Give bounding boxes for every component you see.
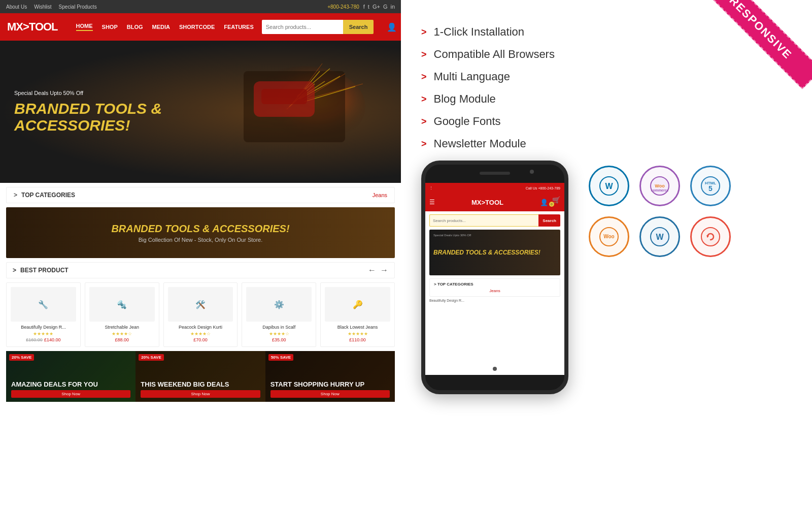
phone-mockup: ⋮ Call Us +800-243-789 ☰ MX>TOOL 👤 🛒0 Se… bbox=[421, 161, 568, 394]
linkedin-icon[interactable]: in bbox=[390, 4, 395, 10]
phone-search-button[interactable]: Search bbox=[538, 214, 560, 227]
nav-features[interactable]: FEATURES bbox=[224, 24, 253, 30]
icons-section: W Woo commerce HTML 5 bbox=[589, 161, 792, 257]
wishlist-link[interactable]: Wishlist bbox=[34, 4, 51, 10]
banner-0-title: Amazing Deals For You bbox=[11, 381, 130, 388]
phone-hamburger-icon[interactable]: ☰ bbox=[429, 199, 435, 206]
promo-banner: Branded Tools & Accessories! Big Collect… bbox=[6, 207, 395, 258]
product-card-3[interactable]: ⚙️ Dapibus in Scalf ★★★★☆ £35.00 bbox=[242, 282, 316, 347]
svg-point-26 bbox=[701, 228, 720, 246]
product-image-1: 🔩 bbox=[89, 287, 155, 322]
phone-header-icons: 👤 🛒0 bbox=[540, 196, 560, 209]
bottom-banner-2: 50% SAVE Start Shopping Hurry Up Shop No… bbox=[265, 351, 395, 402]
product-name-4: Black Lowest Jeans bbox=[325, 325, 390, 330]
icons-grid: W Woo commerce HTML 5 bbox=[589, 166, 792, 257]
categories-section: > TOP CATEGORIES Jeans bbox=[6, 187, 395, 203]
woocommerce-icon-2[interactable]: Woo bbox=[589, 216, 629, 257]
nav-home[interactable]: HOME bbox=[76, 23, 93, 31]
banner-2-badge: 50% SAVE bbox=[268, 354, 293, 361]
product-price-0: £160.00£140.00 bbox=[11, 337, 76, 342]
banner-0-badge: 20% SAVE bbox=[9, 354, 34, 361]
google-icon[interactable]: G bbox=[383, 4, 388, 10]
products-grid: 🔧 Beautifully Design R... ★★★★★ £160.00£… bbox=[6, 282, 395, 347]
best-products-chevron-icon: > bbox=[13, 267, 16, 274]
feature-chevron-4-icon: > bbox=[421, 116, 427, 127]
banner-2-cta[interactable]: Shop Now bbox=[270, 390, 390, 398]
feature-text-1: Compatible All Browsers bbox=[434, 48, 555, 61]
banner-subtitle: Big Collection Of New - Stock, Only On O… bbox=[111, 237, 289, 243]
compressor-icon: 🔩 bbox=[117, 300, 127, 309]
nav-blog[interactable]: BLOG bbox=[127, 24, 143, 30]
bottom-banner-1: 20% SAVE This Weekend Big Deals Shop Now bbox=[136, 351, 265, 402]
nav-shortcode[interactable]: SHORTCODE bbox=[179, 24, 215, 30]
phone-menu-icon: ⋮ bbox=[429, 186, 433, 190]
html5-icon[interactable]: HTML 5 bbox=[690, 166, 731, 206]
phone-user-icon[interactable]: 👤 bbox=[540, 199, 548, 206]
banner-2-title: Start Shopping Hurry Up bbox=[270, 381, 390, 388]
search-button[interactable]: Search bbox=[343, 20, 374, 34]
header-icons: 👤 🛒 bbox=[387, 22, 401, 32]
product-card-2[interactable]: 🛠️ Peacock Design Kurti ★★★★☆ £70.00 bbox=[163, 282, 238, 347]
phone-categories: > TOP CATEGORIES Jeans bbox=[429, 278, 560, 297]
products-next-icon[interactable]: → bbox=[380, 266, 388, 275]
phone-camera bbox=[530, 170, 534, 174]
search-input[interactable] bbox=[262, 20, 343, 34]
woocommerce-icon-1[interactable]: Woo commerce bbox=[639, 166, 680, 206]
bottom-banner-0: 20% SAVE Amazing Deals For You Shop Now bbox=[6, 351, 136, 402]
phone-cart-icon[interactable]: 🛒0 bbox=[552, 196, 560, 209]
banner-0-cta[interactable]: Shop Now bbox=[11, 390, 130, 398]
special-products-link[interactable]: Special Products bbox=[59, 4, 97, 10]
product-price-3: £35.00 bbox=[246, 337, 312, 342]
phone-home-button[interactable] bbox=[493, 367, 497, 371]
svg-text:commerce: commerce bbox=[651, 188, 668, 192]
user-icon[interactable]: 👤 bbox=[387, 22, 397, 32]
categories-link[interactable]: Jeans bbox=[373, 192, 387, 198]
product-name-3: Dapibus in Scalf bbox=[246, 325, 312, 330]
phone-product-preview: Beautifully Design R... bbox=[425, 297, 564, 304]
wordpress-icon-1[interactable]: W bbox=[589, 166, 629, 206]
best-products-section: > BEST PRODUCT ← → 🔧 Beautifully Design … bbox=[6, 262, 395, 347]
feature-chevron-0-icon: > bbox=[421, 27, 427, 38]
phone-logo: MX>TOOL bbox=[471, 199, 503, 206]
products-nav: ← → bbox=[368, 266, 388, 275]
hero-content: Special Deals Upto 50% Off Branded Tools… bbox=[14, 90, 162, 134]
best-products-title: > BEST PRODUCT bbox=[13, 267, 69, 274]
products-prev-icon[interactable]: ← bbox=[368, 266, 376, 275]
banner-1-title: This Weekend Big Deals bbox=[141, 381, 260, 388]
phone-category-link[interactable]: Jeans bbox=[434, 289, 556, 293]
nav-media[interactable]: MEDIA bbox=[152, 24, 170, 30]
facebook-icon[interactable]: f bbox=[363, 4, 365, 10]
product-stars-4: ★★★★★ bbox=[325, 331, 390, 336]
feature-item-4: > Google Fonts bbox=[421, 115, 792, 128]
phone-topbar-phone: Call Us +800-243-789 bbox=[526, 186, 560, 190]
product-stars-0: ★★★★★ bbox=[11, 331, 76, 336]
phone-search-input[interactable] bbox=[429, 214, 538, 227]
phone-hero-badge: Special Deals Upto 30% Off bbox=[433, 234, 471, 237]
phone-section: ⋮ Call Us +800-243-789 ☰ MX>TOOL 👤 🛒0 Se… bbox=[421, 161, 792, 394]
svg-text:W: W bbox=[605, 182, 613, 190]
svg-text:W: W bbox=[656, 233, 664, 241]
product-card-4[interactable]: 🔑 Black Lowest Jeans ★★★★★ £110.00 bbox=[320, 282, 395, 347]
refresh-icon[interactable] bbox=[690, 216, 731, 257]
phone-categories-header: > TOP CATEGORIES bbox=[434, 282, 556, 287]
about-link[interactable]: About Us bbox=[6, 4, 27, 10]
wordpress-icon-2[interactable]: W bbox=[639, 216, 680, 257]
bottom-banners: 20% SAVE Amazing Deals For You Shop Now … bbox=[6, 351, 395, 402]
product-card-1[interactable]: 🔩 Stretchable Jean ★★★★☆ £88.00 bbox=[85, 282, 159, 347]
site-logo: MX>TOOL bbox=[7, 20, 58, 34]
google-plus-icon[interactable]: G+ bbox=[373, 4, 380, 10]
top-bar-links: About Us Wishlist Special Products bbox=[6, 4, 97, 10]
product-card-0[interactable]: 🔧 Beautifully Design R... ★★★★★ £160.00£… bbox=[6, 282, 81, 347]
hero-title: Branded Tools & Accessories! bbox=[14, 100, 162, 134]
banner-1-badge: 20% SAVE bbox=[139, 354, 163, 361]
banner-1-cta[interactable]: Shop Now bbox=[141, 390, 260, 398]
header-search: Search bbox=[262, 20, 374, 34]
phone-screen: ⋮ Call Us +800-243-789 ☰ MX>TOOL 👤 🛒0 Se… bbox=[425, 183, 564, 375]
responsive-label: RESPONSIVE bbox=[710, 0, 812, 89]
twitter-icon[interactable]: t bbox=[368, 4, 369, 10]
product-image-0: 🔧 bbox=[11, 287, 76, 322]
website-preview: About Us Wishlist Special Products +800-… bbox=[0, 0, 401, 508]
nav-shop[interactable]: SHOP bbox=[102, 24, 118, 30]
social-icons: f t G+ G in bbox=[363, 4, 395, 10]
product-name-2: Peacock Design Kurti bbox=[168, 325, 233, 330]
